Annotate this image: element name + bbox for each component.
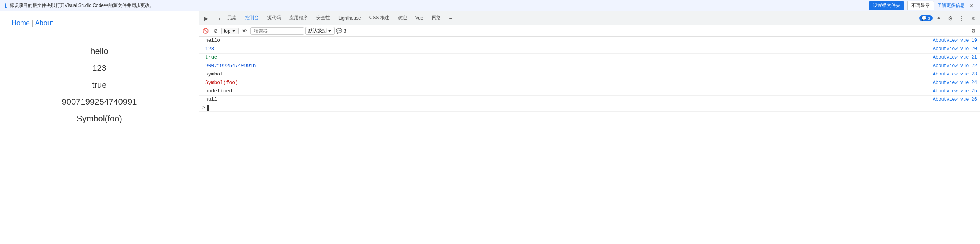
nav-home-link[interactable]: Home <box>11 19 30 27</box>
tab-security[interactable]: 安全性 <box>312 11 334 25</box>
console-text: true <box>205 54 933 60</box>
file-link[interactable]: AboutView.vue:25 <box>933 88 977 94</box>
tab-network[interactable]: 网络 <box>428 11 445 25</box>
message-count-badge: 💬 3 <box>336 28 346 34</box>
main-layout: Home | About hello 123 true 900719925474… <box>0 11 980 244</box>
console-line: true AboutView.vue:21 <box>199 54 980 62</box>
level-label: 默认级别 <box>308 28 327 34</box>
connections-icon[interactable]: ⚭ <box>933 13 944 24</box>
console-cursor <box>207 105 209 111</box>
console-output: hello AboutView.vue:19 123 AboutView.vue… <box>199 37 980 244</box>
tab-sources[interactable]: 源代码 <box>263 11 285 25</box>
inspect-icon[interactable]: ▶ <box>201 13 211 24</box>
tab-elements[interactable]: 元素 <box>224 11 240 25</box>
console-line: Symbol(foo) AboutView.vue:24 <box>199 79 980 87</box>
page-item-123: 123 <box>92 63 106 73</box>
tab-vue[interactable]: Vue <box>412 11 427 25</box>
add-tab-icon[interactable]: + <box>446 13 456 24</box>
console-line: 123 AboutView.vue:20 <box>199 45 980 54</box>
console-text: undefined <box>205 88 933 94</box>
dropdown-chevron: ▼ <box>232 28 236 34</box>
tab-application[interactable]: 应用程序 <box>286 11 312 25</box>
badge-chat-icon: 💬 <box>921 16 927 21</box>
tab-right-icons: 💬 3 ⚭ ⚙ ⋮ ✕ <box>919 13 978 24</box>
console-input-line[interactable]: > <box>199 104 980 112</box>
badge-count: 3 <box>928 16 930 21</box>
console-text: 9007199254740991n <box>205 63 933 69</box>
msg-chat-icon: 💬 <box>336 28 342 34</box>
device-icon[interactable]: ▭ <box>212 13 223 24</box>
file-link[interactable]: AboutView.vue:20 <box>933 46 977 52</box>
filter-input[interactable] <box>250 27 304 35</box>
eye-icon[interactable]: 👁 <box>240 27 249 35</box>
console-text: Symbol(foo) <box>205 80 933 85</box>
file-link[interactable]: AboutView.vue:23 <box>933 72 977 77</box>
page-item-true: true <box>92 80 107 90</box>
page-content: hello 123 true 9007199254740991 Symbol(f… <box>11 46 187 124</box>
tab-css-overview[interactable]: CSS 概述 <box>366 11 393 25</box>
level-chevron: ▼ <box>328 28 332 34</box>
console-toolbar: 🚫 ⊘ top ▼ 👁 默认级别 ▼ 💬 3 ⚙ <box>199 25 980 37</box>
console-prompt: > <box>202 105 205 111</box>
learn-more-link[interactable]: 了解更多信息 <box>937 2 965 9</box>
page-item-symbol: Symbol(foo) <box>77 114 122 124</box>
page-item-hello: hello <box>90 46 108 56</box>
nav-about-link[interactable]: About <box>35 19 53 27</box>
context-dropdown[interactable]: top ▼ <box>221 28 239 34</box>
left-panel: Home | About hello 123 true 900719925474… <box>0 11 199 244</box>
close-icon[interactable]: ✕ <box>968 3 975 9</box>
console-line: 9007199254740991n AboutView.vue:22 <box>199 62 980 70</box>
close-devtools-icon[interactable]: ✕ <box>968 13 978 24</box>
console-text: null <box>205 97 933 102</box>
file-link[interactable]: AboutView.vue:24 <box>933 80 977 85</box>
console-filter-toggle[interactable]: ⊘ <box>211 27 220 35</box>
context-label: top <box>224 28 230 34</box>
page-item-bigint: 9007199254740991 <box>62 97 137 107</box>
console-line: null AboutView.vue:26 <box>199 96 980 104</box>
console-text: symbol <box>205 71 933 77</box>
console-settings-icon[interactable]: ⚙ <box>969 27 978 35</box>
file-link[interactable]: AboutView.vue:21 <box>933 55 977 60</box>
message-badge[interactable]: 💬 3 <box>919 15 933 21</box>
more-options-icon[interactable]: ⋮ <box>956 13 967 24</box>
nav-separator: | <box>32 19 35 27</box>
console-text: 123 <box>205 46 933 52</box>
set-folder-button[interactable]: 设置根文件夹 <box>869 1 904 10</box>
console-line: symbol AboutView.vue:23 <box>199 70 980 79</box>
file-link[interactable]: AboutView.vue:26 <box>933 97 977 102</box>
file-link[interactable]: AboutView.vue:22 <box>933 63 977 69</box>
info-bar-text: 标识项目的根文件夹以打开Visual Studio Code中的源文件并同步更改… <box>10 2 866 9</box>
info-bar: ℹ 标识项目的根文件夹以打开Visual Studio Code中的源文件并同步… <box>0 0 980 11</box>
info-icon: ℹ <box>5 3 7 9</box>
tab-lighthouse[interactable]: Lighthouse <box>335 11 365 25</box>
nav-links: Home | About <box>11 19 187 27</box>
file-link[interactable]: AboutView.vue:19 <box>933 38 977 43</box>
console-line: hello AboutView.vue:19 <box>199 37 980 45</box>
devtools-panel: ▶ ▭ 元素 控制台 源代码 应用程序 安全性 Lighthouse CSS 概… <box>199 11 980 244</box>
tab-welcome[interactable]: 欢迎 <box>394 11 411 25</box>
clear-console-icon[interactable]: 🚫 <box>201 27 210 35</box>
devtools-tab-bar: ▶ ▭ 元素 控制台 源代码 应用程序 安全性 Lighthouse CSS 概… <box>199 11 980 25</box>
tab-console[interactable]: 控制台 <box>241 11 263 25</box>
log-level-dropdown[interactable]: 默认级别 ▼ <box>305 27 335 35</box>
settings-gear-icon[interactable]: ⚙ <box>945 13 956 24</box>
console-text: hello <box>205 38 933 43</box>
msg-count: 3 <box>343 28 346 34</box>
dismiss-button[interactable]: 不再显示 <box>907 1 934 10</box>
console-line: undefined AboutView.vue:25 <box>199 87 980 96</box>
